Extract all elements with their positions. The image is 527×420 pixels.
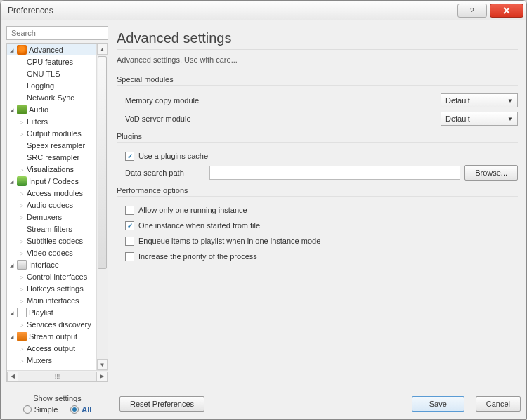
- data-path-input[interactable]: [209, 166, 460, 180]
- tree-netsync[interactable]: Network Sync: [7, 91, 108, 103]
- tree-hotkeys[interactable]: Hotkeys settings: [7, 282, 108, 294]
- chevron-down-icon: ▼: [507, 98, 513, 104]
- tree-sfilters[interactable]: Stream filters: [7, 223, 108, 235]
- reset-button[interactable]: Reset Preferences: [119, 396, 204, 412]
- tree-logging[interactable]: Logging: [7, 79, 108, 91]
- playlist-icon: [17, 308, 27, 317]
- group-plugins: Plugins: [117, 131, 518, 143]
- audio-icon: [17, 105, 27, 114]
- radio-simple[interactable]: Simple: [23, 405, 58, 414]
- tree-input[interactable]: Input / Codecs: [7, 175, 108, 187]
- priority-checkbox[interactable]: [125, 252, 134, 261]
- tree-src[interactable]: SRC resampler: [7, 151, 108, 163]
- tree-interface[interactable]: Interface: [7, 258, 108, 270]
- tree-viz[interactable]: Visualizations: [7, 163, 108, 175]
- page-title: Advanced settings: [117, 26, 518, 50]
- enqueue-label: Enqueue items to playlist when in one in…: [138, 237, 320, 245]
- svg-text:?: ?: [470, 7, 474, 15]
- help-button[interactable]: ?: [457, 4, 487, 18]
- data-path-label: Data search path: [125, 169, 209, 177]
- tree-stream[interactable]: Stream output: [7, 330, 108, 342]
- browse-button[interactable]: Browse...: [464, 165, 518, 181]
- window-title: Preferences: [8, 6, 53, 15]
- cone-icon: [17, 45, 27, 55]
- group-special: Special modules: [117, 74, 518, 86]
- tree-output-modules[interactable]: Output modules: [7, 127, 108, 139]
- one-instance-checkbox[interactable]: [125, 206, 134, 215]
- footer: Show settings Simple All Reset Preferenc…: [1, 388, 526, 419]
- tree-vertical-scrollbar[interactable]: ▲▼: [96, 44, 108, 370]
- close-button[interactable]: [490, 4, 523, 18]
- main-panel: Advanced settings Advanced settings. Use…: [114, 26, 521, 382]
- page-subtitle: Advanced settings. Use with care...: [117, 50, 518, 71]
- show-settings-label: Show settings: [6, 394, 108, 402]
- tree-scodecs[interactable]: Subtitles codecs: [7, 235, 108, 247]
- titlebar: Preferences ?: [1, 1, 526, 20]
- priority-label: Increase the priority of the process: [138, 252, 257, 261]
- one-from-file-checkbox[interactable]: [125, 221, 134, 230]
- vod-select[interactable]: Default▼: [441, 112, 518, 126]
- tree-playlist[interactable]: Playlist: [7, 306, 108, 318]
- vod-label: VoD server module: [125, 114, 266, 123]
- tree-aout[interactable]: Access output: [7, 342, 108, 354]
- preferences-window: Preferences ? Advanced CPU features GNU …: [0, 0, 527, 420]
- one-from-file-label: One instance when started from file: [138, 221, 260, 230]
- stream-icon: [17, 332, 27, 341]
- tree-control[interactable]: Control interfaces: [7, 270, 108, 282]
- radio-all[interactable]: All: [70, 405, 91, 414]
- tree-gnutls[interactable]: GNU TLS: [7, 67, 108, 79]
- save-button[interactable]: Save: [412, 396, 464, 412]
- tree-vcodecs[interactable]: Video codecs: [7, 247, 108, 258]
- settings-tree[interactable]: Advanced CPU features GNU TLS Logging Ne…: [7, 44, 108, 367]
- tree-access[interactable]: Access modules: [7, 187, 108, 199]
- tree-audio[interactable]: Audio: [7, 103, 108, 115]
- tree-filters[interactable]: Filters: [7, 115, 108, 127]
- tree-services[interactable]: Services discovery: [7, 318, 108, 330]
- tree-demux[interactable]: Demuxers: [7, 211, 108, 223]
- sidebar: Advanced CPU features GNU TLS Logging Ne…: [6, 26, 108, 382]
- tree-cpu[interactable]: CPU features: [7, 55, 108, 67]
- tree-acodecs[interactable]: Audio codecs: [7, 199, 108, 211]
- plugins-cache-label: Use a plugins cache: [138, 152, 208, 160]
- enqueue-checkbox[interactable]: [125, 237, 134, 246]
- plugins-cache-checkbox[interactable]: [125, 152, 134, 161]
- chevron-down-icon: ▼: [507, 116, 513, 122]
- tree-horizontal-scrollbar[interactable]: ◀!!!▶: [7, 370, 108, 381]
- one-instance-label: Allow only one running instance: [138, 206, 247, 214]
- tree-advanced[interactable]: Advanced: [7, 44, 108, 55]
- search-input[interactable]: [6, 26, 108, 40]
- interface-icon: [17, 260, 27, 270]
- cancel-button[interactable]: Cancel: [476, 396, 521, 412]
- tree-mux[interactable]: Muxers: [7, 354, 108, 366]
- codec-icon: [17, 176, 27, 186]
- group-perf: Performance options: [117, 185, 518, 197]
- memcopy-select[interactable]: Default▼: [441, 93, 518, 107]
- tree-speex[interactable]: Speex resampler: [7, 139, 108, 151]
- memcopy-label: Memory copy module: [125, 96, 266, 105]
- tree-main-if[interactable]: Main interfaces: [7, 294, 108, 306]
